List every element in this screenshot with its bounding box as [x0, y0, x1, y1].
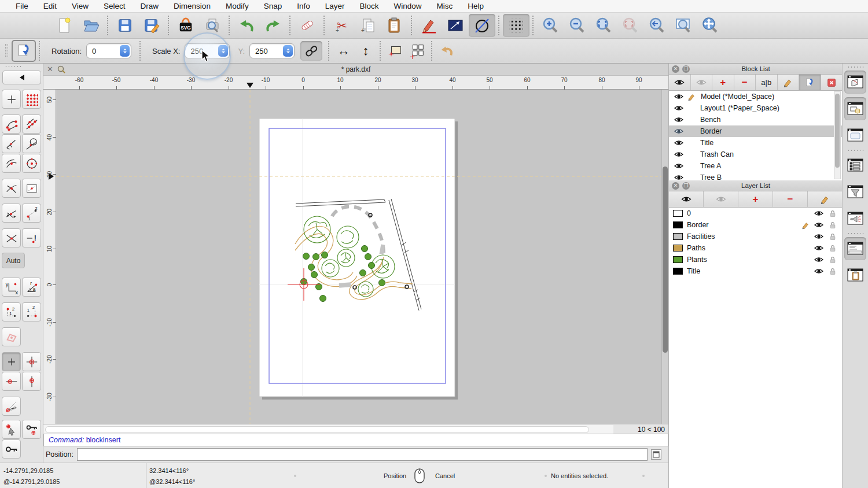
set-relative-zero-button[interactable]	[2, 420, 21, 439]
flip-vertical-button[interactable]: ↕	[355, 41, 377, 61]
insert-block-tool-button[interactable]	[12, 40, 36, 62]
snap-auto-button[interactable]	[2, 204, 21, 223]
snap-intersection-x-button[interactable]	[2, 228, 21, 247]
visibility-eye-icon[interactable]	[674, 162, 684, 170]
visibility-eye-icon[interactable]	[674, 139, 684, 147]
open-file-button[interactable]	[78, 14, 104, 37]
position-input[interactable]	[77, 448, 648, 461]
grid-toggle-button[interactable]	[503, 14, 529, 37]
cut-button[interactable]: ✂+	[328, 14, 355, 37]
snap-perpendicular-button[interactable]	[2, 134, 21, 153]
menu-window[interactable]: Window	[387, 2, 429, 10]
block-name[interactable]: Tree A	[700, 162, 721, 170]
layer-name[interactable]: Paths	[687, 244, 705, 252]
block-show-all-button[interactable]	[669, 75, 691, 90]
keep-proportions-button[interactable]	[300, 41, 322, 61]
coordinate-cartesian-button[interactable]: yx	[2, 278, 21, 297]
layer-row-facilities[interactable]: Facilities	[669, 231, 843, 242]
visibility-eye-icon[interactable]	[814, 232, 824, 241]
layer-edit-button[interactable]	[808, 191, 843, 207]
block-name[interactable]: Model (*Model_Space)	[701, 93, 774, 101]
layer-name[interactable]: Title	[687, 267, 700, 275]
snap-endpoints-button[interactable]	[2, 114, 21, 134]
layer-hide-all-button[interactable]	[704, 191, 738, 207]
layer-row-title[interactable]: Title	[669, 265, 843, 277]
block-insert-button[interactable]	[799, 75, 821, 90]
layer-remove-button[interactable]: −	[773, 191, 808, 207]
block-rename-button[interactable]: a|b	[756, 75, 778, 90]
toggle-notifications-button[interactable]	[844, 207, 866, 230]
block-remove-button[interactable]: −	[734, 75, 756, 90]
toggle-block-list-button[interactable]	[844, 71, 866, 94]
toolbar-drag-handle[interactable]	[5, 43, 8, 58]
layer-name[interactable]: Border	[687, 221, 709, 229]
block-name[interactable]: Layout1 (*Paper_Space)	[700, 104, 779, 112]
horizontal-scrollbar-track[interactable]	[43, 425, 613, 434]
visibility-eye-icon[interactable]	[814, 244, 824, 252]
snap-free-button[interactable]	[2, 90, 21, 109]
snap-auto-mode-button[interactable]: Auto	[2, 253, 25, 268]
layer-name[interactable]: Plants	[687, 256, 707, 264]
layer-color-swatch[interactable]	[673, 256, 683, 263]
horizontal-scrollbar-thumb[interactable]	[45, 426, 589, 433]
zoom-auto-button[interactable]	[590, 14, 617, 37]
block-name[interactable]: Title	[700, 139, 713, 147]
block-row-bench[interactable]: Bench	[669, 114, 843, 125]
layer-row-plants[interactable]: Plants	[669, 254, 843, 265]
circle-tool-button[interactable]	[469, 14, 495, 37]
layer-add-button[interactable]: +	[738, 191, 773, 207]
layer-color-swatch[interactable]	[673, 221, 683, 228]
lock-icon[interactable]	[829, 221, 837, 230]
single-insert-button[interactable]	[384, 41, 406, 61]
lock-icon[interactable]	[829, 256, 837, 264]
rotation-spinner[interactable]: 0	[86, 43, 131, 58]
zoom-out-button[interactable]	[564, 14, 590, 37]
snap-tangent-button[interactable]	[22, 134, 41, 153]
snap-on-entity-button[interactable]	[22, 114, 41, 134]
layer-color-swatch[interactable]	[673, 210, 683, 217]
visibility-eye-icon[interactable]	[814, 267, 824, 275]
menu-block[interactable]: Block	[352, 2, 387, 10]
canvas-vertical-scrollbar[interactable]	[661, 90, 668, 424]
layer-color-swatch[interactable]	[673, 233, 683, 240]
lock-icon[interactable]	[829, 267, 837, 276]
layer-name[interactable]: Facilities	[687, 232, 715, 241]
visibility-eye-icon[interactable]	[814, 209, 824, 217]
menu-edit[interactable]: Edit	[36, 2, 64, 10]
dock-drag-handle[interactable]	[847, 66, 865, 68]
menu-info[interactable]: Info	[289, 2, 318, 10]
lock-icon[interactable]	[829, 244, 837, 253]
visibility-eye-icon[interactable]	[674, 173, 684, 180]
menu-draw[interactable]: Draw	[133, 2, 167, 10]
draw-pencil-button[interactable]	[415, 14, 442, 37]
print-preview-button[interactable]	[199, 14, 226, 37]
relative-polar-button[interactable]: 12	[22, 302, 41, 321]
block-name[interactable]: Trash Can	[700, 150, 734, 158]
save-button[interactable]	[112, 14, 138, 37]
menu-snap[interactable]: Snap	[256, 2, 290, 10]
visibility-eye-icon[interactable]	[674, 127, 684, 135]
restrict-vertical-button[interactable]	[22, 372, 41, 391]
block-row-layout1[interactable]: Layout1 (*Paper_Space)	[669, 102, 843, 114]
block-add-button[interactable]: +	[712, 75, 734, 90]
zoom-window-button[interactable]	[670, 14, 697, 37]
block-row-title[interactable]: Title	[669, 137, 843, 149]
zoom-in-button[interactable]	[537, 14, 564, 37]
lock-icon[interactable]	[829, 232, 837, 241]
block-delete-button[interactable]	[821, 75, 843, 90]
export-svg-button[interactable]: SVG	[172, 14, 199, 37]
lock-relative-zero-button[interactable]	[22, 420, 41, 439]
zoom-selection-button[interactable]	[617, 14, 643, 37]
menu-misc[interactable]: Misc	[429, 2, 461, 10]
block-scrollbar-thumb[interactable]	[835, 94, 840, 168]
visibility-eye-icon[interactable]	[674, 150, 684, 158]
block-hide-all-button[interactable]	[691, 75, 713, 90]
menu-modify[interactable]: Modify	[218, 2, 256, 10]
layer-color-swatch[interactable]	[673, 245, 683, 252]
menu-select[interactable]: Select	[96, 2, 133, 10]
toggle-layer-list-button[interactable]	[844, 97, 866, 120]
snap-back-button[interactable]	[2, 71, 41, 84]
command-options-button[interactable]	[651, 449, 661, 460]
block-name[interactable]: Tree B	[700, 173, 722, 180]
drawing-canvas[interactable]	[56, 90, 661, 424]
